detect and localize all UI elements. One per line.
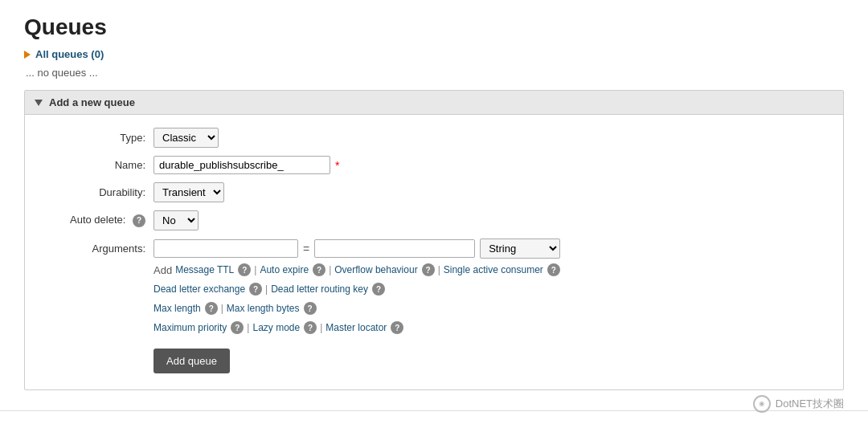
name-label: Name:	[41, 159, 145, 171]
arg-type-select[interactable]: String Number Boolean	[480, 238, 560, 259]
arg-links-row-1: Add Message TTL ? | Auto expire ? | Over…	[154, 263, 560, 276]
add-queue-row: Add queue	[41, 344, 827, 373]
watermark-icon: ❀	[753, 395, 771, 413]
dead-letter-exchange-help[interactable]: ?	[249, 283, 262, 296]
link-message-ttl[interactable]: Message TTL	[175, 264, 234, 275]
required-star: *	[335, 159, 339, 172]
type-row: Type: Classic Quorum	[41, 128, 827, 148]
link-single-active-consumer[interactable]: Single active consumer	[444, 264, 543, 275]
type-select[interactable]: Classic Quorum	[154, 128, 219, 148]
auto-delete-row: Auto delete: ? No Yes	[41, 210, 827, 230]
watermark-text: DotNET技术圈	[776, 397, 844, 411]
max-length-bytes-help[interactable]: ?	[304, 302, 317, 315]
sep2: |	[329, 264, 331, 275]
section-body: Type: Classic Quorum Name: *	[25, 115, 843, 389]
dead-letter-routing-help[interactable]: ?	[372, 283, 385, 296]
page-title: Queues	[24, 14, 844, 40]
section-title: Add a new queue	[49, 96, 135, 108]
sep7: |	[320, 322, 322, 333]
link-lazy-mode[interactable]: Lazy mode	[252, 322, 300, 333]
name-input[interactable]	[154, 156, 330, 174]
arguments-label: Arguments:	[41, 238, 145, 255]
durability-row: Durability: Durable Transient	[41, 182, 827, 202]
name-row: Name: *	[41, 156, 827, 174]
maximum-priority-help[interactable]: ?	[231, 321, 244, 334]
equals-sign: =	[303, 243, 309, 255]
link-overflow-behaviour[interactable]: Overflow behaviour	[334, 264, 417, 275]
arg-val-input[interactable]	[314, 239, 475, 258]
sep4: |	[265, 283, 268, 295]
arg-links-row-2: Dead letter exchange ? | Dead letter rou…	[154, 283, 560, 296]
section-header[interactable]: Add a new queue	[25, 91, 843, 115]
max-length-help[interactable]: ?	[205, 302, 218, 315]
arg-inputs: = String Number Boolean	[154, 238, 560, 259]
overflow-help[interactable]: ?	[422, 263, 435, 276]
link-maximum-priority[interactable]: Maximum priority	[154, 322, 227, 333]
section-toggle-icon	[35, 100, 43, 106]
all-queues-link[interactable]: All queues (0)	[35, 48, 104, 60]
master-locator-help[interactable]: ?	[391, 321, 403, 334]
link-dead-letter-routing-key[interactable]: Dead letter routing key	[271, 283, 368, 295]
auto-delete-label: Auto delete: ?	[41, 214, 145, 227]
arguments-controls: = String Number Boolean Add Message TTL	[154, 238, 560, 336]
link-auto-expire[interactable]: Auto expire	[260, 264, 309, 275]
arg-links-row-3: Max length ? | Max length bytes ?	[154, 302, 560, 315]
message-ttl-help[interactable]: ?	[238, 263, 251, 276]
watermark: ❀ DotNET技术圈	[753, 395, 844, 413]
expand-icon	[24, 51, 31, 59]
arguments-row: Arguments: = String Number Boolean	[41, 238, 827, 336]
sep5: |	[221, 303, 223, 314]
auto-delete-help-icon[interactable]: ?	[133, 214, 145, 227]
durability-label: Durability:	[41, 186, 145, 198]
durability-select[interactable]: Durable Transient	[154, 182, 224, 202]
auto-expire-help[interactable]: ?	[313, 263, 326, 276]
sep1: |	[254, 264, 256, 275]
add-label: Add	[154, 264, 172, 276]
page: Queues All queues (0) ... no queues ... …	[0, 0, 868, 424]
auto-delete-select[interactable]: No Yes	[154, 210, 199, 230]
sep3: |	[438, 264, 440, 275]
link-dead-letter-exchange[interactable]: Dead letter exchange	[154, 283, 245, 295]
link-master-locator[interactable]: Master locator	[326, 322, 387, 333]
link-max-length-bytes[interactable]: Max length bytes	[227, 303, 300, 314]
lazy-mode-help[interactable]: ?	[304, 321, 317, 334]
add-queue-button[interactable]: Add queue	[154, 349, 230, 373]
type-label: Type:	[41, 132, 145, 144]
link-max-length[interactable]: Max length	[154, 303, 201, 314]
add-queue-section: Add a new queue Type: Classic Quorum Nam…	[24, 90, 844, 390]
bottom-bar: ❀ DotNET技术圈	[0, 410, 868, 424]
no-queues-text: ... no queues ...	[26, 67, 844, 79]
sep6: |	[247, 322, 249, 333]
arg-key-input[interactable]	[154, 239, 298, 258]
arg-links-row-4: Maximum priority ? | Lazy mode ? | Maste…	[154, 321, 560, 334]
single-active-help[interactable]: ?	[547, 263, 560, 276]
